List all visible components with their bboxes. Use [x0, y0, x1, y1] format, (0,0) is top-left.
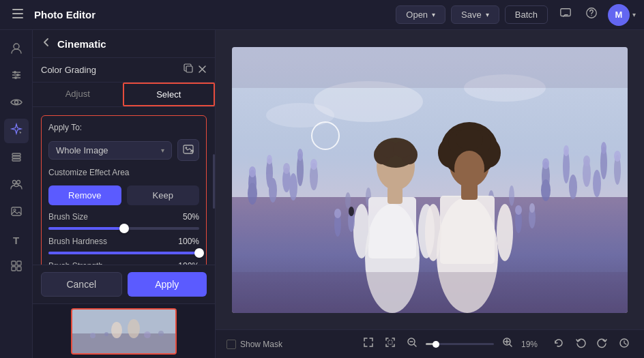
dropdown-row: Whole Image ▾	[48, 139, 199, 161]
svg-rect-106	[388, 340, 392, 344]
canvas-toolbar: Show Mask	[216, 329, 644, 358]
close-panel-button[interactable]	[198, 64, 207, 76]
svg-point-12	[14, 76, 17, 79]
sidebar-item-magic[interactable]	[4, 119, 29, 143]
svg-rect-28	[72, 310, 177, 333]
brush-strength-row: Brush Strength 100%	[48, 261, 199, 265]
svg-rect-0	[12, 9, 23, 10]
main-layout: T Cinematic	[0, 30, 644, 358]
rotate-reset-icon	[553, 338, 564, 351]
svg-rect-15	[12, 156, 20, 158]
people-icon	[10, 177, 23, 194]
topbar-left: Photo Editor	[8, 5, 387, 25]
svg-point-27	[186, 147, 187, 148]
brush-hardness-thumb[interactable]	[194, 248, 204, 258]
svg-point-34	[144, 331, 151, 338]
icon-sidebar: T	[0, 30, 33, 358]
back-button[interactable]	[41, 37, 52, 50]
brush-size-track[interactable]	[48, 227, 199, 230]
redo-button[interactable]	[594, 335, 611, 353]
sidebar-item-image[interactable]	[4, 200, 29, 225]
chevron-down-icon: ▾	[486, 11, 489, 18]
zoom-out-button[interactable]	[404, 336, 420, 353]
svg-rect-1	[12, 13, 23, 14]
show-mask-label: Show Mask	[240, 340, 282, 349]
sidebar-item-eye[interactable]	[4, 91, 29, 116]
zoom-out-icon	[407, 337, 418, 351]
batch-button[interactable]: Batch	[505, 5, 548, 24]
cancel-button[interactable]: Cancel	[41, 272, 122, 297]
svg-point-5	[591, 15, 591, 16]
thumbnail-image[interactable]	[71, 308, 177, 355]
help-icon	[585, 7, 598, 23]
photo-container	[232, 47, 628, 313]
brush-hardness-fill	[48, 252, 199, 254]
svg-rect-22	[17, 261, 21, 265]
text-icon: T	[13, 235, 19, 246]
thumbnail-strip	[33, 303, 215, 358]
zoom-value: 19%	[521, 340, 543, 349]
zoom-in-button[interactable]	[499, 336, 516, 353]
brush-size-row: Brush Size 50%	[48, 212, 199, 230]
sidebar-item-faces[interactable]	[4, 37, 29, 61]
undo-button[interactable]	[572, 335, 589, 353]
dropdown-value: Whole Image	[56, 145, 108, 155]
comment-button[interactable]	[556, 5, 575, 25]
tab-select[interactable]: Select	[123, 83, 216, 106]
brush-size-thumb[interactable]	[119, 224, 129, 233]
eye-icon	[10, 95, 23, 113]
open-label: Open	[406, 10, 428, 20]
close-icon	[198, 64, 207, 76]
side-panel: Cinematic Color Grading	[33, 30, 216, 358]
sidebar-item-people[interactable]	[4, 173, 29, 198]
show-mask-checkbox[interactable]	[226, 340, 236, 349]
magic-icon	[10, 123, 23, 140]
fit-screen-button[interactable]	[360, 336, 377, 353]
save-label: Save	[461, 10, 482, 20]
copy-icon	[184, 63, 194, 76]
remove-button[interactable]: Remove	[48, 185, 121, 205]
sidebar-item-history[interactable]	[4, 255, 29, 280]
svg-point-31	[128, 319, 140, 338]
apply-button[interactable]: Apply	[128, 272, 207, 297]
hamburger-menu-button[interactable]	[8, 5, 27, 25]
history-list-button[interactable]	[615, 335, 633, 353]
panel-action-icons	[184, 63, 207, 76]
apply-to-label: Apply To:	[48, 123, 199, 132]
sidebar-item-text[interactable]: T	[4, 228, 29, 252]
app-title: Photo Editor	[34, 9, 96, 20]
svg-point-30	[111, 322, 122, 338]
crop-select-button[interactable]	[382, 336, 398, 353]
sidebar-item-adjust[interactable]	[4, 64, 29, 89]
svg-line-113	[510, 344, 512, 346]
save-button[interactable]: Save ▾	[451, 5, 499, 24]
tab-adjust[interactable]: Adjust	[33, 83, 123, 106]
canvas-area: Show Mask	[216, 30, 644, 358]
user-avatar-wrapper[interactable]: M ▾	[608, 4, 636, 26]
brush-hardness-label-row: Brush Hardness 100%	[48, 237, 199, 246]
apply-to-dropdown[interactable]: Whole Image ▾	[48, 141, 172, 160]
zoom-thumb[interactable]	[433, 341, 439, 348]
sidebar-item-layers[interactable]	[4, 146, 29, 170]
adjust-icon	[10, 68, 23, 85]
svg-rect-25	[186, 66, 192, 72]
image-icon	[10, 205, 23, 222]
panel-tabs: Adjust Select	[33, 83, 215, 107]
apply-to-section: Apply To: Whole Image ▾	[41, 115, 207, 265]
help-button[interactable]	[582, 5, 601, 25]
avatar: M	[608, 4, 630, 26]
canvas-main	[216, 30, 644, 329]
zoom-controls: 19%	[360, 336, 543, 353]
brush-hardness-track[interactable]	[48, 252, 199, 254]
redo-icon	[597, 338, 608, 351]
keep-button[interactable]: Keep	[127, 185, 200, 205]
image-select-button[interactable]	[177, 139, 199, 161]
undo-icon	[575, 338, 586, 351]
rotate-reset-button[interactable]	[550, 335, 568, 353]
svg-rect-29	[72, 333, 177, 355]
panel-header: Cinematic	[33, 30, 215, 58]
zoom-track[interactable]	[426, 343, 494, 345]
zoom-in-icon	[502, 337, 513, 351]
copy-panel-button[interactable]	[184, 63, 194, 76]
open-button[interactable]: Open ▾	[396, 5, 445, 24]
